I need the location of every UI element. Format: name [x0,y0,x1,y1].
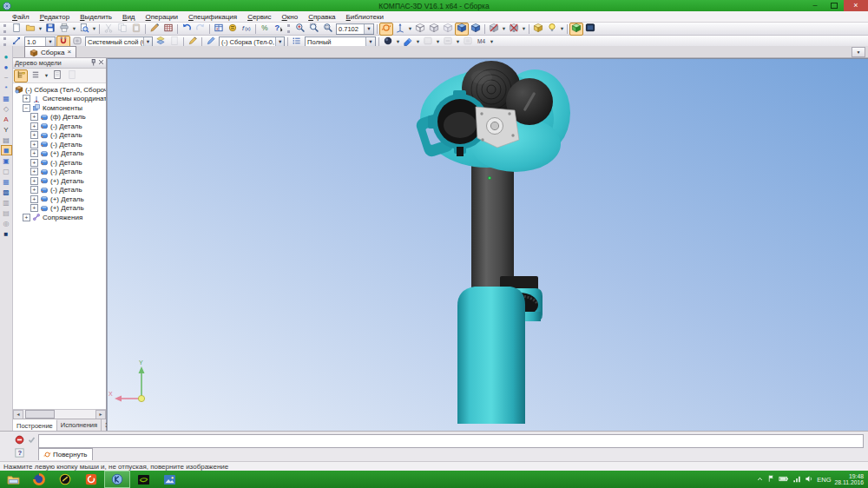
simplified-display-button[interactable] [531,23,545,36]
tree-node[interactable]: +Сопряжения [13,213,106,222]
print-button[interactable] [57,23,71,36]
hide-components-button[interactable] [507,23,521,36]
orientation-button[interactable] [393,23,407,36]
help-button[interactable]: ? [14,447,25,458]
panel-grid-1-button[interactable]: ▦ [1,176,12,187]
document-tab-сборка[interactable]: Сборка × [24,46,76,57]
texture-display-button[interactable] [583,23,597,36]
tree-node[interactable]: +(-) Деталь [13,140,106,149]
tree-horizontal-scrollbar[interactable]: ◄ ► [13,409,106,419]
expand-icon[interactable]: + [30,186,38,194]
close-button[interactable]: × [844,0,868,11]
lighting-button[interactable] [545,23,559,36]
tree-node[interactable]: +(+) Деталь [13,195,106,204]
tree-node[interactable]: −Компоненты [13,103,106,113]
menu-10[interactable]: Библиотеки [341,13,389,21]
chevron-up-icon[interactable] [756,475,764,485]
print-dropdown[interactable]: ▼ [71,23,77,35]
expand-icon[interactable]: + [23,214,30,221]
menu-4[interactable]: Вид [117,13,140,21]
tree-node[interactable]: +(+) Деталь [13,204,106,214]
menu-9[interactable]: Справка [303,13,340,21]
panel-aux-geometry-button[interactable]: ▦ [1,93,12,103]
panel-sheet-button[interactable]: ▤ [1,208,12,218]
save-document-button[interactable] [43,23,57,36]
create-object-button[interactable] [26,434,37,445]
panel-grid-2-button[interactable]: ▩ [1,187,12,197]
hide-objects-dropdown[interactable]: ▼ [501,23,507,35]
expand-icon[interactable]: + [30,149,38,157]
limits-button[interactable] [226,23,240,36]
hidden-lines-button[interactable] [427,23,441,36]
expand-icon[interactable]: + [30,122,38,130]
panel-components-button[interactable]: ▣ [1,155,12,166]
section-display-button[interactable] [569,23,583,36]
tree-structure-view-button[interactable] [14,69,28,82]
taskbar-opera-button[interactable] [78,471,104,488]
tree-node[interactable]: (-) Сборка (Тел-0, Сборочны [13,85,106,95]
minimize-button[interactable]: – [806,0,825,11]
tree-doc-structure-button[interactable] [50,69,64,82]
open-document-dropdown[interactable]: ▼ [37,23,43,35]
tree-node[interactable]: +Системы координат [13,95,106,104]
properties-table-button[interactable] [161,23,175,36]
panel-edit-assembly-button[interactable]: ● [1,51,12,62]
panel-spatial-curves-button[interactable]: ● [1,62,12,72]
tree-node[interactable]: +(-) Деталь [13,131,106,141]
rotate-orbit-button[interactable] [379,23,393,36]
panel-spec-button[interactable]: Y [1,124,12,135]
panel-measure-button[interactable]: ◇ [1,103,12,114]
scroll-thumb[interactable] [25,410,55,419]
open-document-button[interactable] [23,23,37,36]
zoom-in-button[interactable] [293,23,307,36]
tree-tab-исполнения[interactable]: Исполнения [57,419,102,431]
menu-5[interactable]: Операции [141,13,183,21]
tree-node[interactable]: +(+) Деталь [13,176,106,186]
flag-icon[interactable] [767,474,775,485]
hidden-lines-thin-button[interactable] [441,23,455,36]
tabbar-overflow-button[interactable]: ▼ [852,47,865,57]
pin-icon[interactable] [90,59,96,68]
expand-icon[interactable]: + [30,159,38,167]
taskbar-photos-button[interactable] [156,471,182,488]
orientation-dropdown[interactable]: ▼ [407,23,413,35]
expand-icon[interactable]: + [30,204,38,212]
hide-objects-button[interactable] [487,23,501,36]
panel-filters-button[interactable]: A [1,114,12,124]
undo-button[interactable] [180,23,194,36]
copy-button[interactable] [115,23,129,36]
print-preview-button[interactable] [77,23,91,36]
taskbar-nvidia-geforce-button[interactable] [130,471,156,488]
scroll-left-button[interactable]: ◄ [13,410,23,419]
language-indicator[interactable]: ENG [817,476,831,484]
tree-node[interactable]: +(-) Деталь [13,158,106,168]
wireframe-button[interactable] [413,23,427,36]
panel-mates-button[interactable]: ▢ [1,166,12,176]
shaded-with-edges-button[interactable] [469,23,483,36]
tree-node[interactable]: +(-) Деталь [13,168,106,177]
lighting-dropdown[interactable]: ▼ [559,23,565,35]
tab-close-icon[interactable]: × [67,49,71,56]
menu-8[interactable]: Окно [277,13,304,21]
taskbar-firefox-button[interactable] [26,471,52,488]
menu-1[interactable]: Файл [7,13,35,21]
taskbar-explorer-button[interactable] [0,471,26,488]
expand-icon[interactable]: + [30,195,38,203]
tree-node[interactable]: +(+) Деталь [13,149,106,159]
chevron-down-icon[interactable]: ▼ [364,24,373,34]
tree-node[interactable]: +(-) Деталь [13,122,106,131]
clock[interactable]: 19:48 28.11.2016 [834,473,864,486]
tree-display-mode-dropdown[interactable]: ▼ [43,70,49,82]
expand-icon[interactable]: + [30,141,38,148]
panel-reports-button[interactable]: ▤ [1,135,12,145]
menu-2[interactable]: Редактор [35,13,75,21]
new-document-button[interactable] [10,23,23,36]
panel-solid-ops-button[interactable]: ◼ [1,145,12,155]
zoom-by-frame-button[interactable] [307,23,321,36]
paste-button[interactable] [129,23,143,36]
tree-tab-построение[interactable]: Построение [13,419,57,431]
volume-icon[interactable] [805,475,813,485]
reports-button[interactable]: % [258,23,272,36]
tree-node[interactable]: +(ф) Деталь [13,113,106,122]
panel-stamp-button[interactable]: ▥ [1,197,12,208]
